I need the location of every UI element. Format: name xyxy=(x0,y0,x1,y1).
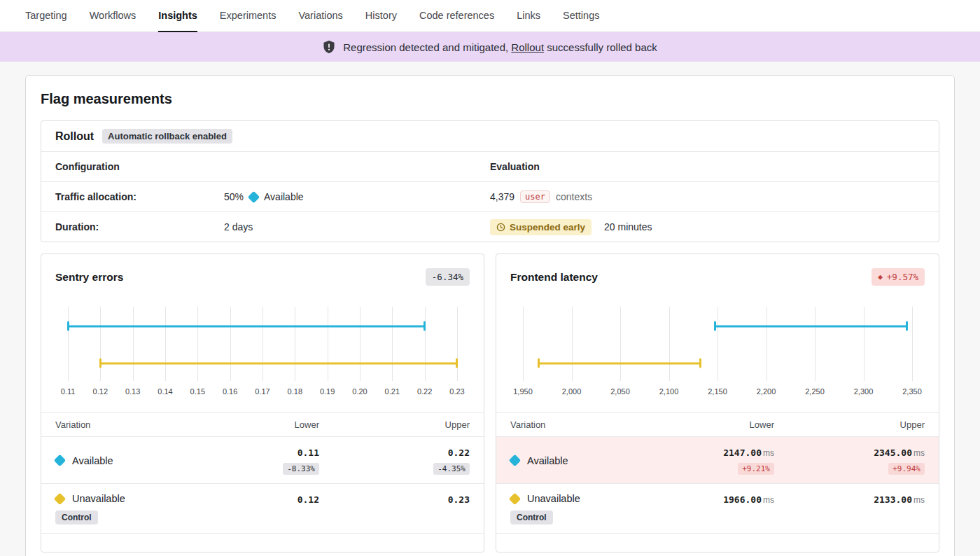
axis-tick-label: 2,150 xyxy=(708,387,727,396)
flag-measurements-card: Flag measurements Rollout Automatic roll… xyxy=(25,75,955,556)
frontend-latency-plot xyxy=(523,307,912,381)
latency-delta-badge: ◆+9.57% xyxy=(872,268,925,286)
sentry-variation-table: Variation Lower Upper Available 0.11 -8.… xyxy=(41,412,484,543)
axis-tick-label: 0.23 xyxy=(449,387,464,396)
banner-text: Regression detected and mitigated, Rollo… xyxy=(343,41,657,53)
gridline xyxy=(197,307,198,381)
tab-variations[interactable]: Variations xyxy=(298,0,342,32)
gridline xyxy=(620,307,621,381)
latency-variation-table: Variation Lower Upper Available 2147.00m… xyxy=(496,412,939,543)
gridline xyxy=(100,307,101,381)
sentry-table-header: Variation Lower Upper xyxy=(41,412,484,437)
clock-icon xyxy=(496,223,505,232)
table-row-unavailable: Unavailable Control 1966.00ms 2133.00ms xyxy=(496,484,939,534)
variation-name: Available xyxy=(72,455,113,466)
axis-tick-label: 0.20 xyxy=(352,387,367,396)
rollout-summary: Rollout Automatic rollback enabled Confi… xyxy=(41,120,939,242)
gridline xyxy=(766,307,767,381)
tab-bar: TargetingWorkflowsInsightsExperimentsVar… xyxy=(0,0,980,32)
unit-label: ms xyxy=(913,448,925,458)
frontend-latency-card: Frontend latency ◆+9.57% 1,9502,0002,050… xyxy=(496,253,939,552)
sentry-delta-value: -6.34% xyxy=(432,272,463,282)
suspended-early-badge: Suspended early xyxy=(490,219,592,235)
upper-cell: 2133.00ms xyxy=(774,493,925,506)
rollout-title-row: Rollout Automatic rollback enabled xyxy=(41,121,939,151)
axis-tick-label: 0.22 xyxy=(417,387,432,396)
col-variation: Variation xyxy=(55,419,179,430)
axis-tick-label: 0.14 xyxy=(158,387,172,396)
gridline xyxy=(230,307,231,381)
axis-tick-label: 2,250 xyxy=(805,387,825,396)
upper-value: 0.23 xyxy=(448,494,470,505)
metric-charts: Sentry errors -6.34% 0.110.120.130.140.1… xyxy=(41,253,939,552)
banner-text-after: successfully rolled back xyxy=(544,41,657,53)
axis-tick-label: 0.17 xyxy=(255,387,270,396)
variation-name: Unavailable xyxy=(527,493,580,504)
unavailable-variation-icon xyxy=(509,492,521,504)
upper-cell: 0.23 xyxy=(319,493,470,506)
rollout-column-headers: Configuration Evaluation xyxy=(41,151,939,181)
frontend-latency-axis: 1,9502,0002,0502,1002,1502,2002,2502,300… xyxy=(523,387,912,398)
gridline xyxy=(523,307,524,381)
axis-tick-label: 0.15 xyxy=(190,387,205,396)
tab-targeting[interactable]: Targeting xyxy=(25,0,67,32)
gridline xyxy=(262,307,263,381)
traffic-allocation-row: Traffic allocation: 50% Available 4,379 … xyxy=(41,181,939,211)
axis-tick-label: 2,200 xyxy=(757,387,776,396)
unit-label: ms xyxy=(763,495,774,505)
gridline xyxy=(815,307,816,381)
unavailable-variation-icon xyxy=(54,492,66,504)
sentry-errors-title: Sentry errors xyxy=(55,271,123,284)
upper-delta-badge: +9.94% xyxy=(888,463,925,475)
upper-value: 2133.00 xyxy=(874,494,912,505)
axis-tick-label: 0.18 xyxy=(288,387,302,396)
traffic-variation-name: Available xyxy=(264,191,304,202)
shield-alert-icon xyxy=(323,40,335,54)
gridline xyxy=(425,307,426,381)
variation-cell: Available xyxy=(55,455,179,466)
frontend-latency-title: Frontend latency xyxy=(510,271,598,284)
axis-tick-label: 0.12 xyxy=(93,387,108,396)
banner-text-before: Regression detected and mitigated, xyxy=(343,41,511,53)
col-upper: Upper xyxy=(774,419,925,430)
upper-cell: 2345.00ms +9.94% xyxy=(774,446,925,475)
gridline xyxy=(457,307,458,381)
gridline xyxy=(360,307,360,381)
frontend-latency-header: Frontend latency ◆+9.57% xyxy=(496,268,939,286)
lower-value: 1966.00 xyxy=(723,494,762,505)
axis-tick-label: 0.21 xyxy=(385,387,400,396)
axis-tick-label: 2,100 xyxy=(659,387,679,396)
axis-tick-label: 2,000 xyxy=(562,387,582,396)
sentry-errors-plot xyxy=(68,307,457,381)
tab-workflows[interactable]: Workflows xyxy=(90,0,136,32)
gridline xyxy=(165,307,166,381)
upper-cell: 0.22 -4.35% xyxy=(319,446,470,475)
upper-value: 2345.00 xyxy=(874,447,912,458)
tab-links[interactable]: Links xyxy=(517,0,540,32)
variation-cell: Unavailable Control xyxy=(55,493,179,524)
page-title: Flag measurements xyxy=(41,91,939,107)
sentry-errors-card: Sentry errors -6.34% 0.110.120.130.140.1… xyxy=(41,253,484,552)
configuration-header: Configuration xyxy=(55,161,120,172)
rollout-link[interactable]: Rollout xyxy=(511,41,544,53)
tab-insights[interactable]: Insights xyxy=(158,0,197,32)
gridline xyxy=(392,307,393,381)
gridline xyxy=(718,307,718,381)
lower-cell: 2147.00ms +9.21% xyxy=(634,446,774,475)
sentry-delta-badge: -6.34% xyxy=(426,268,470,286)
variation-cell: Unavailable Control xyxy=(510,493,634,524)
col-lower: Lower xyxy=(634,419,774,430)
unit-label: ms xyxy=(763,448,774,458)
evaluation-header: Evaluation xyxy=(490,161,540,172)
tab-settings[interactable]: Settings xyxy=(563,0,599,32)
tab-code-references[interactable]: Code references xyxy=(419,0,494,32)
gridline xyxy=(328,307,328,381)
axis-tick-label: 1,950 xyxy=(513,387,533,396)
table-row-available: Available 0.11 -8.33% 0.22 -4.35% xyxy=(41,437,484,484)
variation-cell: Available xyxy=(510,455,634,466)
control-badge: Control xyxy=(510,510,553,524)
tab-history[interactable]: History xyxy=(365,0,397,32)
tab-experiments[interactable]: Experiments xyxy=(220,0,276,32)
traffic-allocation-label: Traffic allocation: xyxy=(55,191,218,202)
context-kind-badge: user xyxy=(520,190,550,203)
